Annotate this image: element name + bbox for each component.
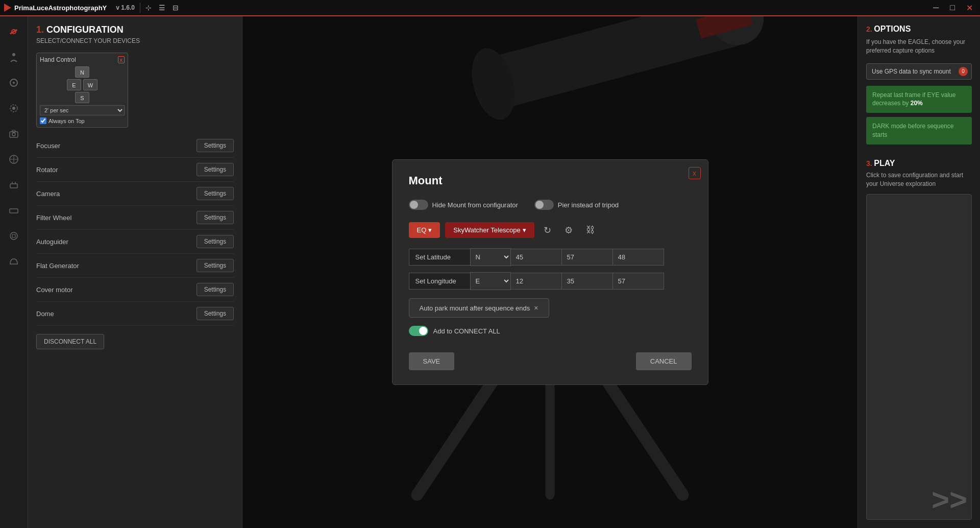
save-icon[interactable]: ⊟ xyxy=(173,4,179,12)
svg-point-6 xyxy=(12,107,15,110)
settings-gear-button[interactable]: ⚙ xyxy=(560,223,577,238)
telescope-chevron-icon: ▾ xyxy=(523,226,526,234)
autopark-label: Auto park mount after sequence ends xyxy=(420,304,530,312)
device-list: Focuser Settings Rotator Settings Camera… xyxy=(36,134,234,326)
latitude-row: Set Latitude N S xyxy=(409,248,692,266)
dialog-close-button[interactable]: x xyxy=(689,167,701,179)
menu-icon[interactable]: ☰ xyxy=(159,4,165,12)
latitude-degrees-input[interactable] xyxy=(511,249,562,266)
hc-speed-select[interactable]: 2' per sec xyxy=(40,105,125,115)
sidebar-item-filter[interactable] xyxy=(5,150,23,169)
hand-control-titlebar: Hand Control x xyxy=(40,56,125,63)
sidebar-item-focuser[interactable] xyxy=(5,74,23,92)
center-area: Mount x Hide Mount from configurator xyxy=(242,16,857,528)
device-settings-button[interactable]: Settings xyxy=(197,307,234,320)
telescope-select-button[interactable]: SkyWatcher Telescope ▾ xyxy=(445,222,534,238)
autopark-button[interactable]: Auto park mount after sequence ends × xyxy=(409,298,549,318)
play-number: 3. xyxy=(866,159,872,167)
repeat-frame-button[interactable]: Repeat last frame if EYE value decreases… xyxy=(866,86,972,113)
device-row: Camera Settings xyxy=(36,182,234,206)
pier-instead-slider xyxy=(534,200,554,210)
device-row: Focuser Settings xyxy=(36,134,234,158)
dialog-buttons: SAVE CANCEL xyxy=(409,348,692,370)
longitude-minutes-input[interactable] xyxy=(562,273,613,290)
connect-all-row: Add to CONNECT ALL xyxy=(409,326,692,336)
hide-mount-toggle[interactable] xyxy=(409,200,428,210)
svg-point-4 xyxy=(13,82,15,84)
device-name: Autoguider xyxy=(36,238,68,246)
toggle-row: Hide Mount from configurator Pier instea… xyxy=(409,200,692,210)
hc-ew-row: E W xyxy=(67,79,97,90)
device-settings-button[interactable]: Settings xyxy=(197,235,234,248)
longitude-degrees-input[interactable] xyxy=(511,273,562,290)
latitude-seconds-input[interactable] xyxy=(613,249,664,266)
sidebar-item-dome[interactable] xyxy=(5,252,23,271)
titlebar-separator xyxy=(140,3,140,13)
eq-label: EQ xyxy=(417,226,427,234)
longitude-direction-select[interactable]: E W xyxy=(470,272,511,290)
section-subtitle: SELECT/CONNECT YOUR DEVICES xyxy=(36,37,234,44)
sidebar-item-rotator[interactable] xyxy=(5,99,23,117)
gps-option-row: Use GPS data to sync mount 0 xyxy=(866,63,972,80)
minimize-button[interactable]: ─ xyxy=(930,2,942,13)
device-name: Cover motor xyxy=(36,286,73,294)
save-button[interactable]: SAVE xyxy=(409,352,455,370)
cursor-icon[interactable]: ⊹ xyxy=(145,4,152,12)
eq-chevron-icon: ▾ xyxy=(428,226,432,234)
hc-north-button[interactable]: N xyxy=(75,66,89,78)
maximize-button[interactable]: □ xyxy=(947,2,958,13)
latitude-minutes-input[interactable] xyxy=(562,249,613,266)
sidebar-item-camera[interactable] xyxy=(5,125,23,143)
device-settings-button[interactable]: Settings xyxy=(197,211,234,224)
connect-all-label: Add to CONNECT ALL xyxy=(433,327,500,335)
app-version: v 1.6.0 xyxy=(116,4,135,11)
disconnect-all-button[interactable]: DISCONNECT ALL xyxy=(36,334,104,349)
gps-select[interactable]: Use GPS data to sync mount xyxy=(866,63,972,80)
device-settings-button[interactable]: Settings xyxy=(197,283,234,296)
window-controls: ─ □ ✕ xyxy=(930,2,976,14)
section-number: 1. xyxy=(36,25,44,35)
device-settings-button[interactable]: Settings xyxy=(197,187,234,200)
hc-west-button[interactable]: W xyxy=(83,79,97,90)
pier-instead-toggle-item: Pier instead of tripod xyxy=(534,200,619,210)
play-area[interactable]: >> xyxy=(866,194,972,520)
hc-south-button[interactable]: S xyxy=(75,92,89,103)
longitude-seconds-input[interactable] xyxy=(613,273,664,290)
hc-north-row: N xyxy=(75,66,89,78)
hand-control-title: Hand Control xyxy=(40,56,76,63)
close-button[interactable]: ✕ xyxy=(963,2,976,14)
autopark-close-icon: × xyxy=(534,304,538,312)
autopark-row: Auto park mount after sequence ends × xyxy=(409,298,692,318)
hide-mount-slider xyxy=(409,200,428,210)
device-settings-button[interactable]: Settings xyxy=(197,139,234,152)
main-layout: 1. CONFIGURATION SELECT/CONNECT YOUR DEV… xyxy=(0,16,980,528)
connect-all-slider xyxy=(409,326,428,336)
mount-controls: EQ ▾ SkyWatcher Telescope ▾ ↻ ⚙ ⛓ xyxy=(409,222,692,238)
dark-mode-button[interactable]: DARK mode before sequence starts xyxy=(866,117,972,145)
cancel-button[interactable]: CANCEL xyxy=(636,352,692,370)
device-settings-button[interactable]: Settings xyxy=(197,259,234,272)
eq-button[interactable]: EQ ▾ xyxy=(409,222,440,238)
sidebar-item-flat[interactable] xyxy=(5,201,23,220)
sidebar-item-person[interactable] xyxy=(5,48,23,66)
sidebar-item-telescope[interactable] xyxy=(5,22,23,41)
connect-all-toggle[interactable] xyxy=(409,326,428,336)
svg-point-2 xyxy=(12,53,15,56)
sidebar-item-motor[interactable] xyxy=(5,227,23,245)
device-settings-button[interactable]: Settings xyxy=(197,163,234,176)
play-chevron-icon: >> xyxy=(932,485,967,515)
svg-point-17 xyxy=(10,232,17,239)
titlebar-icons: ⊹ ☰ ⊟ xyxy=(145,4,179,12)
pier-instead-toggle[interactable] xyxy=(534,200,554,210)
hand-control-close[interactable]: x xyxy=(118,56,125,63)
unlink-button[interactable]: ⛓ xyxy=(582,223,599,237)
hc-always-on-top-row: Always on Top xyxy=(40,117,125,124)
logo-triangle xyxy=(4,4,11,12)
svg-point-8 xyxy=(12,133,15,136)
sidebar-item-autoguider[interactable] xyxy=(5,176,23,194)
hc-always-on-top-checkbox[interactable] xyxy=(40,117,46,124)
latitude-direction-select[interactable]: N S xyxy=(470,248,511,266)
refresh-button[interactable]: ↻ xyxy=(540,223,555,238)
longitude-label: Set Longitude xyxy=(409,273,470,290)
hc-east-button[interactable]: E xyxy=(67,79,81,90)
